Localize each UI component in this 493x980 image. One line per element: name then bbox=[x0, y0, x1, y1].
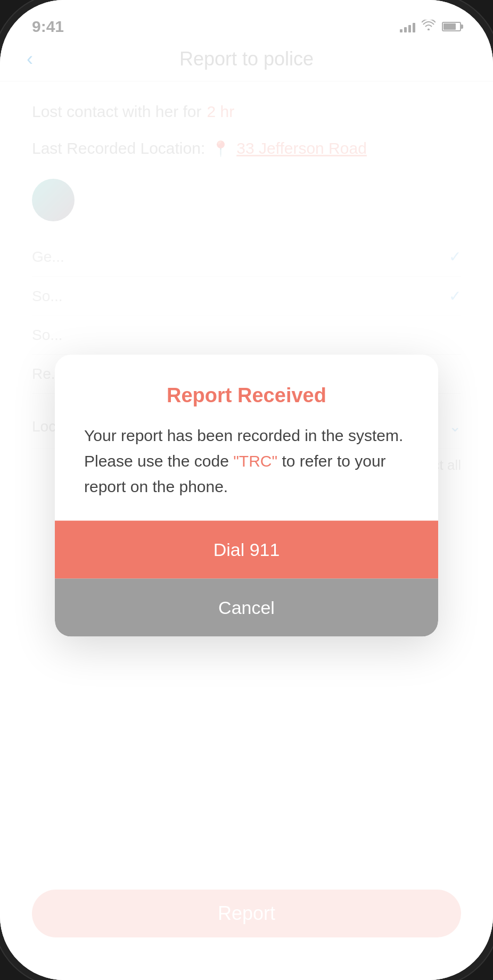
phone-frame: 9:41 bbox=[0, 0, 493, 980]
dial-911-button[interactable]: Dial 911 bbox=[55, 521, 438, 579]
report-received-modal: Report Received Your report has been rec… bbox=[55, 355, 438, 637]
modal-title: Report Received bbox=[84, 384, 409, 407]
modal-buttons: Dial 911 Cancel bbox=[55, 521, 438, 637]
screen: 9:41 bbox=[0, 0, 493, 980]
cancel-button[interactable]: Cancel bbox=[55, 579, 438, 637]
modal-code: "TRC" bbox=[233, 452, 277, 470]
modal-message: Your report has been recorded in the sys… bbox=[84, 423, 409, 500]
modal-body: Report Received Your report has been rec… bbox=[55, 355, 438, 521]
